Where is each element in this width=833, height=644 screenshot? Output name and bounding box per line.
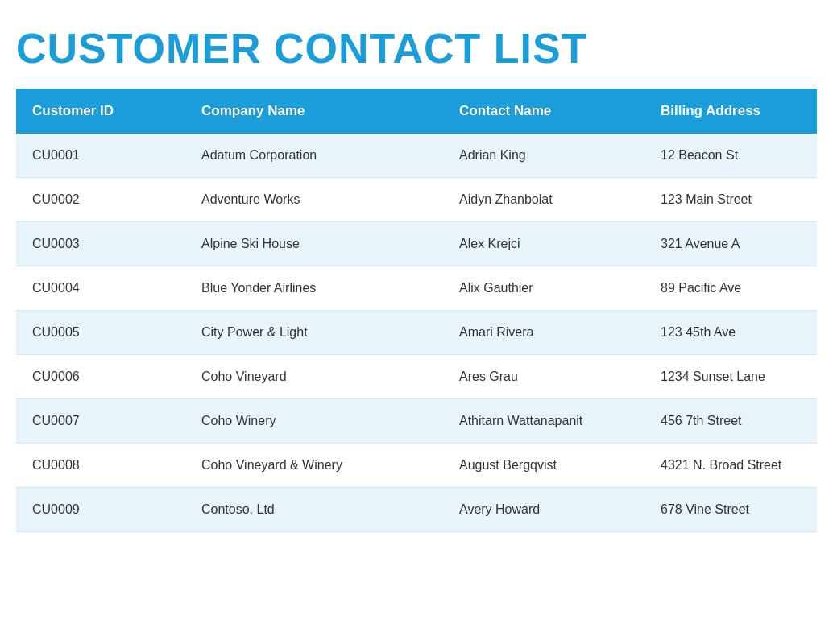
cell-contact-name: Avery Howard	[443, 488, 644, 532]
cell-billing-address: 4321 N. Broad Street	[644, 444, 817, 488]
table-row: CU0009Contoso, LtdAvery Howard678 Vine S…	[16, 488, 817, 532]
cell-contact-name: Alix Gauthier	[443, 266, 644, 311]
cell-customer-id: CU0007	[16, 399, 185, 444]
cell-customer-id: CU0001	[16, 134, 185, 178]
header-company-name: Company Name	[185, 89, 443, 134]
header-billing-address: Billing Address	[644, 89, 817, 134]
table-row: CU0007Coho WineryAthitarn Wattanapanit45…	[16, 399, 817, 444]
table-row: CU0006Coho VineyardAres Grau1234 Sunset …	[16, 355, 817, 399]
cell-company-name: Coho Vineyard	[185, 355, 443, 399]
cell-billing-address: 123 Main Street	[644, 178, 817, 222]
cell-customer-id: CU0004	[16, 266, 185, 311]
cell-company-name: Coho Winery	[185, 399, 443, 444]
cell-billing-address: 123 45th Ave	[644, 311, 817, 355]
cell-company-name: Coho Vineyard & Winery	[185, 444, 443, 488]
cell-customer-id: CU0002	[16, 178, 185, 222]
cell-contact-name: Aidyn Zhanbolat	[443, 178, 644, 222]
table-row: CU0008Coho Vineyard & WineryAugust Bergq…	[16, 444, 817, 488]
cell-billing-address: 456 7th Street	[644, 399, 817, 444]
cell-company-name: Contoso, Ltd	[185, 488, 443, 532]
cell-company-name: Alpine Ski House	[185, 222, 443, 266]
header-contact-name: Contact Name	[443, 89, 644, 134]
cell-customer-id: CU0006	[16, 355, 185, 399]
cell-billing-address: 12 Beacon St.	[644, 134, 817, 178]
cell-contact-name: August Bergqvist	[443, 444, 644, 488]
table-row: CU0005City Power & LightAmari Rivera123 …	[16, 311, 817, 355]
cell-contact-name: Ares Grau	[443, 355, 644, 399]
cell-customer-id: CU0003	[16, 222, 185, 266]
cell-contact-name: Amari Rivera	[443, 311, 644, 355]
table-row: CU0003Alpine Ski HouseAlex Krejci321 Ave…	[16, 222, 817, 266]
page-title: CUSTOMER CONTACT LIST	[16, 24, 817, 72]
customer-contact-table: Customer ID Company Name Contact Name Bi…	[16, 89, 817, 532]
table-header-row: Customer ID Company Name Contact Name Bi…	[16, 89, 817, 134]
cell-company-name: City Power & Light	[185, 311, 443, 355]
cell-contact-name: Alex Krejci	[443, 222, 644, 266]
cell-company-name: Blue Yonder Airlines	[185, 266, 443, 311]
table-row: CU0004Blue Yonder AirlinesAlix Gauthier8…	[16, 266, 817, 311]
table-row: CU0001Adatum CorporationAdrian King12 Be…	[16, 134, 817, 178]
cell-customer-id: CU0008	[16, 444, 185, 488]
cell-billing-address: 678 Vine Street	[644, 488, 817, 532]
cell-customer-id: CU0009	[16, 488, 185, 532]
cell-billing-address: 321 Avenue A	[644, 222, 817, 266]
cell-billing-address: 1234 Sunset Lane	[644, 355, 817, 399]
cell-contact-name: Athitarn Wattanapanit	[443, 399, 644, 444]
cell-company-name: Adatum Corporation	[185, 134, 443, 178]
table-row: CU0002Adventure WorksAidyn Zhanbolat123 …	[16, 178, 817, 222]
header-customer-id: Customer ID	[16, 89, 185, 134]
cell-company-name: Adventure Works	[185, 178, 443, 222]
cell-billing-address: 89 Pacific Ave	[644, 266, 817, 311]
cell-customer-id: CU0005	[16, 311, 185, 355]
cell-contact-name: Adrian King	[443, 134, 644, 178]
